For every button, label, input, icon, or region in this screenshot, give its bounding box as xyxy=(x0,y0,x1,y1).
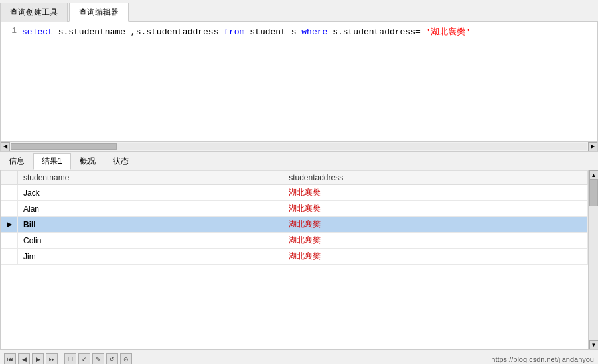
sql-plain-2: student s xyxy=(250,27,301,37)
sql-editor[interactable]: 1 select s.studentname ,s.studentaddress… xyxy=(0,22,598,151)
sql-string-value: '湖北襄樊' xyxy=(426,27,471,37)
toolbar-buttons: ⏮ ◀ ▶ ⏭ ☐ ✓ ✎ ↺ ⊙ xyxy=(4,353,132,365)
scroll-right-arrow[interactable]: ▶ xyxy=(588,142,597,151)
first-record-button[interactable]: ⏮ xyxy=(4,353,16,365)
col-studentaddress: studentaddress xyxy=(283,171,588,185)
prev-record-button[interactable]: ◀ xyxy=(18,353,30,365)
editor-content: 1 select s.studentname ,s.studentaddress… xyxy=(1,22,597,42)
studentname-cell: Bill xyxy=(18,217,283,233)
keyword-where: where xyxy=(301,27,327,37)
table-row[interactable]: ▶Bill湖北襄樊 xyxy=(1,217,588,233)
result-tab-bar: 信息 结果1 概况 状态 xyxy=(0,151,598,170)
results-area: studentname studentaddress Jack湖北襄樊Alan湖… xyxy=(0,170,589,349)
tab-query-editor[interactable]: 查询编辑器 xyxy=(69,3,129,22)
scroll-track[interactable] xyxy=(11,143,587,150)
vertical-scrollbar[interactable]: ▲ ▼ xyxy=(589,170,598,349)
studentaddress-cell: 湖北襄樊 xyxy=(283,217,588,233)
studentname-cell: Jim xyxy=(18,249,283,265)
studentname-cell: Jack xyxy=(18,185,283,201)
row-indicator-cell: ▶ xyxy=(1,217,18,233)
delete-record-button[interactable]: ✓ xyxy=(78,353,90,365)
bottom-toolbar: ⏮ ◀ ▶ ⏭ ☐ ✓ ✎ ↺ ⊙ https://blog.csdn.net/… xyxy=(0,349,598,364)
keyword-from: from xyxy=(224,27,244,37)
row-indicator-cell xyxy=(1,201,18,217)
row-indicator-cell xyxy=(1,233,18,249)
add-record-button[interactable]: ☐ xyxy=(64,353,76,365)
tab-overview[interactable]: 概况 xyxy=(71,153,104,170)
table-header-row: studentname studentaddress xyxy=(1,171,588,185)
col-studentname: studentname xyxy=(18,171,283,185)
sql-plain-3: s.studentaddress= xyxy=(333,27,421,37)
tab-status[interactable]: 状态 xyxy=(104,153,137,170)
top-tab-bar: 查询创建工具 查询编辑器 xyxy=(0,0,598,22)
v-scroll-track[interactable] xyxy=(589,180,598,340)
scroll-down-arrow[interactable]: ▼ xyxy=(589,340,599,349)
save-record-button[interactable]: ↺ xyxy=(106,353,118,365)
studentaddress-cell: 湖北襄樊 xyxy=(283,233,588,249)
keyword-select: select xyxy=(22,27,53,37)
row-indicator-cell xyxy=(1,185,18,201)
studentaddress-cell: 湖北襄樊 xyxy=(283,201,588,217)
studentaddress-cell: 湖北襄樊 xyxy=(283,249,588,265)
sql-plain-1: s.studentname ,s.studentaddress xyxy=(58,27,224,37)
last-record-button[interactable]: ⏭ xyxy=(46,353,58,365)
studentname-cell: Alan xyxy=(18,201,283,217)
results-table: studentname studentaddress Jack湖北襄樊Alan湖… xyxy=(1,170,588,265)
table-row[interactable]: Colin湖北襄樊 xyxy=(1,233,588,249)
v-scroll-thumb[interactable] xyxy=(589,180,598,206)
studentaddress-cell: 湖北襄樊 xyxy=(283,185,588,201)
editor-horizontal-scrollbar[interactable]: ◀ ▶ xyxy=(1,141,597,151)
col-indicator xyxy=(1,171,18,185)
website-link: https://blog.csdn.net/jiandanyou xyxy=(491,355,594,363)
scroll-thumb[interactable] xyxy=(11,143,117,150)
scroll-left-arrow[interactable]: ◀ xyxy=(1,142,10,151)
refresh-button[interactable]: ⊙ xyxy=(120,353,132,365)
next-record-button[interactable]: ▶ xyxy=(32,353,44,365)
line-number: 1 xyxy=(3,26,17,38)
tab-results[interactable]: 结果1 xyxy=(33,153,71,170)
results-wrapper: studentname studentaddress Jack湖北襄樊Alan湖… xyxy=(0,170,598,349)
scroll-up-arrow[interactable]: ▲ xyxy=(589,170,599,180)
studentname-cell: Colin xyxy=(18,233,283,249)
table-row[interactable]: Jack湖北襄樊 xyxy=(1,185,588,201)
edit-record-button[interactable]: ✎ xyxy=(92,353,104,365)
tab-query-builder[interactable]: 查询创建工具 xyxy=(0,3,68,22)
sql-line: select s.studentname ,s.studentaddress f… xyxy=(22,26,595,38)
tab-info[interactable]: 信息 xyxy=(0,153,33,170)
table-row[interactable]: Alan湖北襄樊 xyxy=(1,201,588,217)
table-row[interactable]: Jim湖北襄樊 xyxy=(1,249,588,265)
row-indicator-cell xyxy=(1,249,18,265)
